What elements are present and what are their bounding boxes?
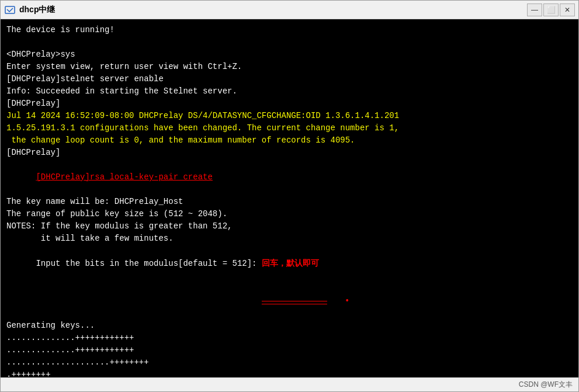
terminal-output[interactable]: The device is running! <DHCPrelay>sys En…: [1, 19, 578, 377]
line-8: Jul 14 2024 16:52:09-08:00 DHCPrelay DS/…: [6, 110, 573, 122]
line-2: [6, 36, 573, 48]
line-rsa-command: [DHCPrelay]rsa local-key-pair create: [6, 159, 573, 196]
input-line: Input the bits in the modulus[default = …: [6, 245, 573, 282]
minimize-button[interactable]: —: [527, 4, 542, 16]
line-4: Enter system view, return user view with…: [6, 61, 573, 73]
line-13: The range of public key size is (512 ~ 2…: [6, 208, 573, 220]
line-dots-2: ..............++++++++++++: [6, 344, 573, 356]
line-12: The key name will be: DHCPrelay_Host: [6, 196, 573, 208]
line-dots-3: .....................++++++++: [6, 356, 573, 369]
line-3: <DHCPrelay>sys: [6, 48, 573, 61]
input-prefix: Input the bits in the modulus[default = …: [36, 259, 261, 268]
annotation-underline: ————————: [262, 296, 327, 305]
window-controls: — ⬜ ✕: [527, 4, 575, 16]
status-bar: CSDN @WF文丰: [1, 377, 578, 391]
app-icon: [4, 4, 16, 16]
line-11: [DHCPrelay]: [6, 147, 573, 159]
line-5: [DHCPrelay]stelnet server enable: [6, 73, 573, 85]
close-button[interactable]: ✕: [560, 4, 575, 16]
window-title: dhcp中继: [19, 5, 527, 15]
svg-rect-0: [5, 6, 15, 13]
title-bar: dhcp中继 — ⬜ ✕: [1, 1, 578, 19]
line-9: 1.5.25.191.3.1 configurations have been …: [6, 122, 573, 134]
main-window: dhcp中继 — ⬜ ✕ The device is running! <DHC…: [0, 0, 579, 392]
red-dot: •: [345, 295, 349, 307]
restore-button[interactable]: ⬜: [543, 4, 559, 16]
line-14: NOTES: If the key modulus is greater tha…: [6, 220, 573, 233]
line-dots-4: .++++++++: [6, 369, 573, 377]
line-10: the change loop count is 0, and the maxi…: [6, 134, 573, 147]
line-7: [DHCPrelay]: [6, 98, 573, 110]
line-15: it will take a few minutes.: [6, 233, 573, 245]
line-dots-1: ..............++++++++++++: [6, 332, 573, 344]
line-generating: Generating keys...: [6, 320, 573, 332]
rsa-command-text: [DHCPrelay]rsa local-key-pair create: [36, 172, 212, 182]
annotation-underline-line: Input the bits in the modulus[default = …: [6, 282, 573, 320]
status-text: CSDN @WF文丰: [519, 380, 573, 390]
annotation-label: 回车，默认即可: [262, 258, 319, 268]
line-6: Info: Succeeded in starting the Stelnet …: [6, 85, 573, 98]
line-1: The device is running!: [6, 24, 573, 36]
